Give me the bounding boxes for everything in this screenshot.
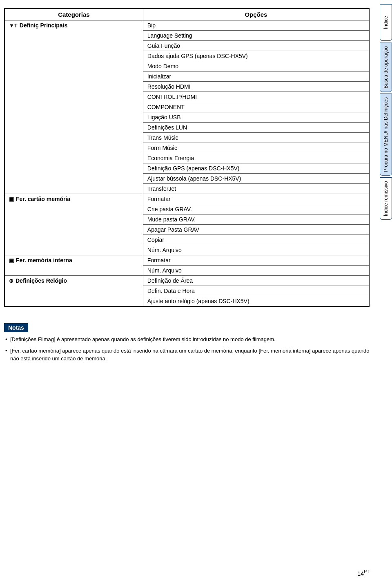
option-cell: Trans Músic: [143, 133, 369, 143]
category-icon: ⊕: [9, 278, 13, 284]
option-cell: Ajustar bússola (apenas DSC-HX5V): [143, 174, 369, 184]
category-cell-fer-memoria: ▣Fer. memória interna: [4, 255, 143, 276]
table-row: ▼TDefiniç PrincipaisBip: [4, 20, 369, 31]
category-name: Definições Relógio: [16, 277, 67, 284]
option-cell: Guia Função: [143, 41, 369, 51]
table-row: ▣Fer. memória internaFormatar: [4, 255, 369, 266]
option-cell: Economia Energia: [143, 153, 369, 163]
sidebar-tab-busca-operacao[interactable]: Busca de operação: [380, 42, 392, 92]
option-cell: Apagar Pasta GRAV: [143, 225, 369, 235]
category-cell-fer-cartao: ▣Fer. cartão memória: [4, 194, 143, 255]
col-header-opcoes: Opções: [143, 9, 369, 20]
sidebar-tab-indice[interactable]: Índice: [380, 4, 392, 41]
option-cell: Núm. Arquivo: [143, 266, 369, 276]
option-cell: Ajuste auto relógio (apenas DSC-HX5V): [143, 296, 369, 307]
category-label: ▼TDefiniç Principais: [9, 22, 139, 29]
notes-list: [Definições Filmag] é apresentado apenas…: [4, 335, 370, 363]
note-item-1: [Fer. cartão memória] aparece apenas qua…: [4, 347, 370, 363]
option-cell: Resolução HDMI: [143, 82, 369, 92]
option-cell: Formatar: [143, 194, 369, 204]
option-cell: Copiar: [143, 235, 369, 245]
option-cell: Inicializar: [143, 71, 369, 82]
category-icon: ▼T: [9, 22, 18, 29]
table-row: ▣Fer. cartão memóriaFormatar: [4, 194, 369, 204]
sidebar-tab-indice-remissivo[interactable]: Índice remissivo: [380, 177, 392, 220]
category-name: Definiç Principais: [20, 22, 67, 29]
option-cell: Definição de Área: [143, 276, 369, 286]
option-cell: Form Músic: [143, 143, 369, 153]
sidebar-tab-procura-menu[interactable]: Procura no MENU/ nas Definições: [380, 94, 392, 176]
category-label: ▣Fer. memória interna: [9, 257, 139, 264]
category-label: ▣Fer. cartão memória: [9, 196, 139, 202]
category-label: ⊕Definições Relógio: [9, 277, 139, 284]
category-cell-defin-principais: ▼TDefiniç Principais: [4, 20, 143, 194]
notes-section: Notas [Definições Filmag] é apresentado …: [4, 323, 370, 366]
option-cell: Definições LUN: [143, 123, 369, 133]
category-icon: ▣: [9, 257, 14, 264]
option-cell: Definição GPS (apenas DSC-HX5V): [143, 163, 369, 174]
option-cell: Defin. Data e Hora: [143, 286, 369, 296]
option-cell: Modo Demo: [143, 61, 369, 71]
option-cell: Bip: [143, 20, 369, 31]
option-cell: Formatar: [143, 255, 369, 266]
right-sidebar: ÍndiceBusca de operaçãoProcura no MENU/ …: [374, 0, 392, 583]
option-cell: CONTROL.P/HDMI: [143, 92, 369, 102]
notes-title: Notas: [4, 323, 28, 332]
category-cell-defin-relogio: ⊕Definições Relógio: [4, 276, 143, 307]
option-cell: COMPONENT: [143, 102, 369, 112]
category-icon: ▣: [9, 196, 14, 202]
col-header-categorias: Categorias: [4, 9, 143, 20]
option-cell: Mude pasta GRAV.: [143, 214, 369, 225]
page-number: 14PT: [357, 569, 370, 577]
option-cell: Language Setting: [143, 31, 369, 41]
main-table: Categorias Opções ▼TDefiniç PrincipaisBi…: [4, 8, 370, 307]
option-cell: Crie pasta GRAV.: [143, 204, 369, 214]
category-name: Fer. cartão memória: [16, 196, 70, 202]
option-cell: Ligação USB: [143, 112, 369, 123]
option-cell: Dados ajuda GPS (apenas DSC-HX5V): [143, 51, 369, 61]
category-name: Fer. memória interna: [16, 257, 72, 264]
option-cell: TransferJet: [143, 184, 369, 194]
note-item-0: [Definições Filmag] é apresentado apenas…: [4, 335, 370, 344]
option-cell: Núm. Arquivo: [143, 245, 369, 255]
table-row: ⊕Definições RelógioDefinição de Área: [4, 276, 369, 286]
